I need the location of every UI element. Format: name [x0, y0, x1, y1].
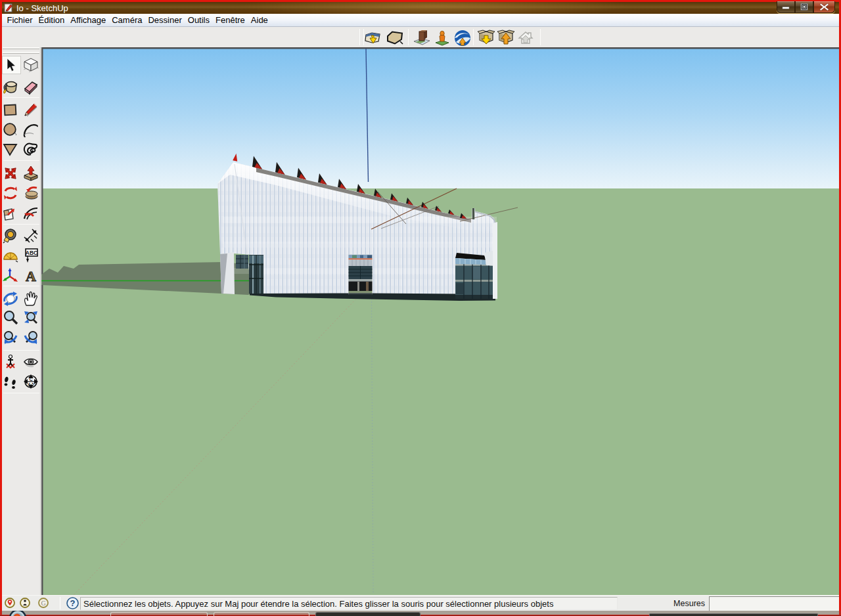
svg-text:A-5: A-5 [28, 382, 34, 386]
svg-text:A: A [26, 268, 36, 284]
svg-text:?: ? [70, 598, 76, 608]
svg-text:G: G [41, 600, 45, 607]
svg-text:C: C [30, 377, 33, 382]
svg-text:ABC: ABC [26, 250, 37, 256]
